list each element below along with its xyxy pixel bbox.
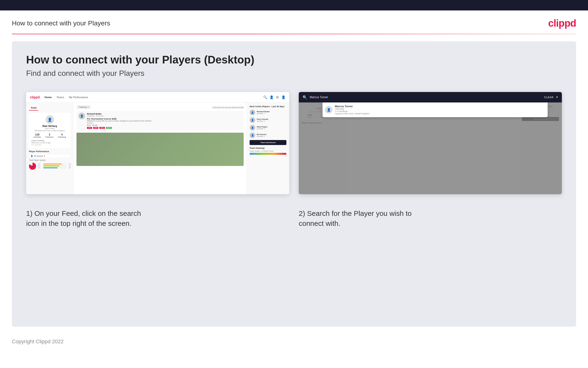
- tag-app: APP: [93, 127, 98, 129]
- avatar-icon[interactable]: 👤: [281, 95, 285, 99]
- search-icon-overlay: 🔍: [303, 95, 307, 100]
- stat-activities-label: Activities: [34, 136, 41, 138]
- bar-app: APP 70: [37, 165, 70, 167]
- profile-card: 👤 Blair McHarg Golf Coach Mill Ride Golf…: [29, 113, 70, 148]
- chevron-down-icon: ▾: [44, 155, 45, 157]
- most-active-title: Most Active Players - Last 30 days: [250, 105, 286, 108]
- activity-sub: Yesterday · The Grove: [87, 115, 242, 117]
- following-bar: Following ▾ Control who can see your act…: [77, 105, 244, 109]
- player-3-acts: Activities: 3: [257, 128, 267, 129]
- caption-1: 1) On your Feed, click on the searchicon…: [26, 209, 289, 229]
- profile-name: Blair McHarg: [31, 125, 68, 128]
- player-3-name: Hiral Pujara: [257, 126, 267, 128]
- top-bar: [0, 0, 588, 10]
- control-link[interactable]: Control who can see your activity and da…: [212, 106, 244, 108]
- result-info: Marcus Turner Yesterday 1-5 Handicap Cyp…: [335, 105, 369, 115]
- list-item-3: 👤 Hiral Pujara Activities: 3: [250, 125, 286, 130]
- result-club: Cypress Point Club, United Kingdom: [335, 112, 369, 115]
- player-2-name: Piers Parnell: [257, 118, 268, 120]
- player-2-avatar: 👤: [250, 117, 255, 123]
- feed-tab[interactable]: Feed: [29, 106, 38, 110]
- player-select-name: Eli Vincent: [34, 155, 43, 157]
- settings-icon[interactable]: ⚙: [276, 95, 279, 99]
- search-icon[interactable]: 🔍: [263, 95, 267, 99]
- latest-activity: Latest Activity Afternoon round of golf …: [31, 139, 68, 146]
- page-title: How to connect with your Players: [12, 19, 110, 27]
- player-select[interactable]: 👤 Eli Vincent ▾: [29, 154, 70, 158]
- stat-followers-label: Followers: [45, 136, 53, 138]
- team-dashboard-btn[interactable]: Team Dashboard: [250, 140, 286, 145]
- player-3-avatar: 👤: [250, 125, 255, 130]
- header-divider: [12, 34, 576, 34]
- center-feed-1: Following ▾ Control who can see your act…: [74, 102, 246, 194]
- team-heatmap-title: Team Heatmap: [250, 147, 286, 149]
- bar-ott-num: 79: [67, 163, 70, 165]
- bar-arg: ARG 62: [37, 167, 70, 169]
- list-item-4: 👤 Eli Vincent Activities: 1: [250, 132, 286, 138]
- tag-putt: PUTT: [106, 127, 112, 129]
- activity-title: Pre Tournament Course Walk: [87, 118, 242, 120]
- player-1-name: Richard Butler: [257, 110, 270, 113]
- stat-followers: 3 Followers: [45, 133, 53, 138]
- score-circle: 84: [29, 163, 36, 170]
- profile-stats: 129 Activities 3 Followers 4 Following: [31, 133, 68, 138]
- activity-desc: Walking the course with my coach to buil…: [87, 120, 242, 122]
- stat-following-label: Following: [58, 136, 66, 138]
- bar-arg-label: ARG: [37, 167, 42, 169]
- bar-arg-num: 62: [67, 167, 70, 169]
- profile-role: Golf Coach: [31, 128, 68, 129]
- activity-content: Richard Butler Yesterday · The Grove Pre…: [87, 113, 242, 129]
- bar-ott-track: [43, 164, 66, 165]
- tag-ott: OTT: [87, 127, 92, 129]
- result-avatar: 👤: [325, 106, 333, 114]
- bar-ott: OTT 79: [37, 163, 70, 165]
- app-body-1: Feed 👤 Blair McHarg Golf Coach Mill Ride…: [26, 102, 289, 194]
- player-4-avatar: 👤: [250, 132, 255, 138]
- search-input-value[interactable]: Marcus Turner: [310, 96, 542, 99]
- list-item-1: 👤 Richard Butler Activities: 7: [250, 110, 286, 115]
- player-1-avatar: 👤: [250, 110, 255, 115]
- result-handicap: 1-5 Handicap: [335, 110, 369, 112]
- list-item-2: 👤 Piers Parnell Activities: 4: [250, 117, 286, 123]
- activity-time: 02 hr : 00 min: [87, 124, 242, 126]
- caption-2: 2) Search for the Player you wish toconn…: [299, 209, 562, 229]
- app-logo-small: clippd: [30, 95, 40, 99]
- app-nav-icons: 🔍 👤 ⚙ 👤: [263, 95, 285, 99]
- stat-followers-val: 3: [45, 133, 53, 136]
- activity-person-name: Richard Butler: [87, 113, 242, 115]
- main-subtitle: Find and connect with your Players: [26, 69, 562, 78]
- quality-score: 84 OTT 79 APP: [29, 163, 70, 170]
- stat-activities-val: 129: [34, 133, 41, 136]
- clear-button[interactable]: CLEAR: [544, 96, 553, 99]
- app-navbar-1: clippd Home Teams My Performance 🔍 👤 ⚙ 👤: [26, 92, 289, 102]
- heatmap-bar: [250, 153, 286, 155]
- header: How to connect with your Players clippd: [0, 10, 588, 34]
- screenshot-2: clippd Home Teams My Performance Blair M…: [299, 92, 562, 194]
- tag-arg: ARG: [99, 127, 105, 129]
- stat-activities: 129 Activities: [34, 133, 41, 138]
- screenshot-1: clippd Home Teams My Performance 🔍 👤 ⚙ 👤: [26, 92, 289, 194]
- close-icon[interactable]: ×: [556, 95, 558, 99]
- profile-avatar-placeholder: 👤: [46, 115, 54, 124]
- player-2-acts: Activities: 4: [257, 120, 268, 122]
- player-4-name: Eli Vincent: [257, 133, 266, 136]
- captions-grid: 1) On your Feed, click on the searchicon…: [26, 209, 562, 229]
- left-panel-1: Feed 👤 Blair McHarg Golf Coach Mill Ride…: [26, 102, 74, 194]
- activity-avatar: 👤: [78, 113, 85, 119]
- copyright: Copyright Clippd 2022: [12, 339, 64, 344]
- app-nav-performance[interactable]: My Performance: [69, 96, 88, 99]
- player-select-avatar: 👤: [31, 155, 33, 157]
- mock-app-2: clippd Home Teams My Performance Blair M…: [299, 92, 562, 194]
- search-result-dropdown: 👤 Marcus Turner Yesterday 1-5 Handicap C…: [323, 102, 548, 117]
- profile-club: Mill Ride Golf Club, United Kingdom: [31, 129, 68, 132]
- stat-following: 4 Following: [58, 133, 66, 138]
- player-list: 👤 Richard Butler Activities: 7 👤 Piers P…: [250, 110, 286, 138]
- mock-app-1: clippd Home Teams My Performance 🔍 👤 ⚙ 👤: [26, 92, 289, 194]
- result-sub: Yesterday: [335, 108, 369, 110]
- app-nav-home[interactable]: Home: [44, 96, 52, 99]
- app-nav-teams[interactable]: Teams: [57, 96, 64, 99]
- activity-tags: OTT APP ARG PUTT: [87, 127, 242, 129]
- following-btn[interactable]: Following ▾: [77, 105, 91, 109]
- user-icon[interactable]: 👤: [270, 95, 273, 99]
- result-name[interactable]: Marcus Turner: [335, 105, 369, 108]
